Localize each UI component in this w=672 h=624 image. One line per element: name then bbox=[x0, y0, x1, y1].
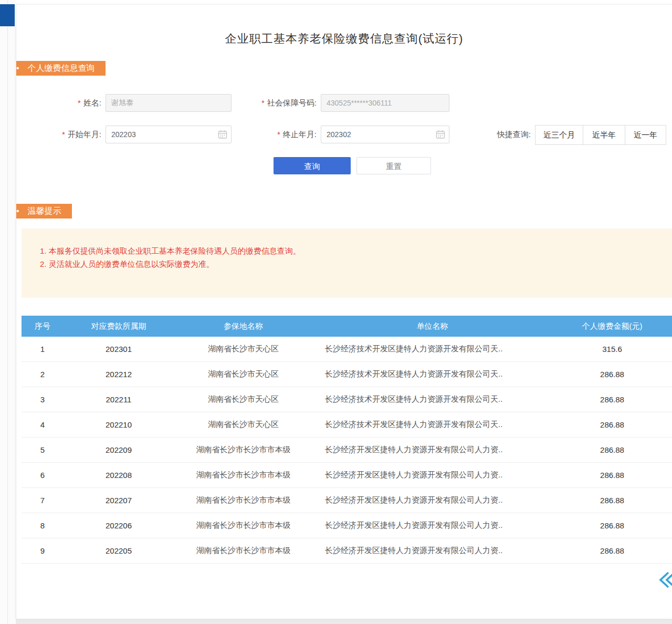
double-chevron-left-icon[interactable] bbox=[656, 570, 672, 589]
cell-amount: 286.88 bbox=[552, 370, 672, 379]
quick-3months-button[interactable]: 近三个月 bbox=[535, 125, 583, 145]
quick-1year-button[interactable]: 近一年 bbox=[625, 125, 666, 145]
name-label: *姓名: bbox=[43, 94, 101, 112]
left-gutter bbox=[0, 0, 16, 624]
cell-period: 202206 bbox=[64, 521, 174, 530]
cell-area: 湖南省长沙市天心区 bbox=[174, 420, 313, 430]
table-row: 5 202209 湖南省长沙市长沙市市本级 长沙经济开发区捷特人力资源开发有限公… bbox=[22, 438, 672, 463]
table-row: 4 202210 湖南省长沙市天心区 长沙经济技术开发区捷特人力资源开发有限公司… bbox=[22, 412, 672, 438]
main-panel: 企业职工基本养老保险缴费信息查询(试运行) • 个人缴费信息查询 *姓名: *社… bbox=[16, 4, 672, 619]
cell-company: 长沙经济开发区捷特人力资源开发有限公司人力资.. bbox=[313, 445, 552, 455]
ssn-input[interactable] bbox=[321, 94, 449, 112]
cell-amount: 286.88 bbox=[552, 546, 672, 555]
section-tips-label: 温馨提示 bbox=[28, 206, 61, 217]
table-row: 8 202206 湖南省长沙市长沙市市本级 长沙经济开发区捷特人力资源开发有限公… bbox=[22, 513, 672, 538]
cell-company: 长沙经济技术开发区捷特人力资源开发有限公司天.. bbox=[313, 344, 552, 354]
required-icon: * bbox=[62, 130, 65, 139]
cell-company: 长沙经济技术开发区捷特人力资源开发有限公司天.. bbox=[313, 369, 552, 379]
cell-company: 长沙经济技术开发区捷特人力资源开发有限公司天.. bbox=[313, 420, 552, 430]
required-icon: * bbox=[78, 98, 81, 107]
table-row: 2 202212 湖南省长沙市天心区 长沙经济技术开发区捷特人力资源开发有限公司… bbox=[22, 362, 672, 387]
cell-seq: 6 bbox=[22, 471, 64, 480]
cell-company: 长沙经济开发区捷特人力资源开发有限公司人力资.. bbox=[313, 470, 552, 480]
table-row: 3 202211 湖南省长沙市天心区 长沙经济技术开发区捷特人力资源开发有限公司… bbox=[22, 387, 672, 412]
cell-amount: 286.88 bbox=[552, 395, 672, 404]
cell-area: 湖南省长沙市天心区 bbox=[174, 344, 313, 354]
results-table: 序号 对应费款所属期 参保地名称 单位名称 个人缴费金额(元) 1 202301… bbox=[22, 316, 672, 564]
section-query-label: 个人缴费信息查询 bbox=[28, 63, 95, 74]
cell-amount: 286.88 bbox=[552, 496, 672, 505]
table-header-row: 序号 对应费款所属期 参保地名称 单位名称 个人缴费金额(元) bbox=[22, 316, 672, 337]
table-row: 6 202208 湖南省长沙市长沙市市本级 长沙经济开发区捷特人力资源开发有限公… bbox=[22, 463, 672, 488]
notice-line: 2. 灵活就业人员的缴费单位信息以实际缴费为准。 bbox=[40, 257, 662, 271]
cell-seq: 9 bbox=[22, 546, 64, 555]
required-icon: * bbox=[277, 130, 280, 139]
cell-area: 湖南省长沙市长沙市市本级 bbox=[174, 546, 313, 556]
name-input[interactable] bbox=[106, 94, 232, 112]
col-header-seq: 序号 bbox=[22, 321, 64, 331]
cell-company: 长沙经济开发区捷特人力资源开发有限公司人力资.. bbox=[313, 521, 552, 531]
cell-period: 202212 bbox=[64, 370, 174, 379]
end-month-label: *终止年月: bbox=[216, 126, 317, 143]
cell-seq: 1 bbox=[22, 345, 64, 353]
col-header-area: 参保地名称 bbox=[174, 321, 313, 331]
cell-amount: 315.6 bbox=[552, 345, 672, 353]
table-row: 1 202301 湖南省长沙市天心区 长沙经济技术开发区捷特人力资源开发有限公司… bbox=[22, 337, 672, 362]
quick-halfyear-button[interactable]: 近半年 bbox=[583, 125, 625, 145]
cell-period: 202211 bbox=[64, 395, 174, 404]
end-month-input[interactable] bbox=[321, 126, 449, 143]
cell-amount: 286.88 bbox=[552, 420, 672, 429]
reset-button[interactable]: 重置 bbox=[356, 157, 431, 174]
cell-period: 202209 bbox=[64, 445, 174, 454]
cell-seq: 7 bbox=[22, 496, 64, 505]
cell-seq: 8 bbox=[22, 521, 64, 530]
table-row: 9 202205 湖南省长沙市长沙市市本级 长沙经济开发区捷特人力资源开发有限公… bbox=[22, 538, 672, 564]
page-title: 企业职工基本养老保险缴费信息查询(试运行) bbox=[16, 31, 672, 47]
ssn-label: *社会保障号码: bbox=[216, 94, 317, 112]
col-header-amount: 个人缴费金额(元) bbox=[552, 321, 672, 331]
cell-area: 湖南省长沙市长沙市市本级 bbox=[174, 470, 313, 480]
required-icon: * bbox=[261, 98, 265, 107]
quick-query-label: 快捷查询: bbox=[482, 125, 531, 144]
cell-area: 湖南省长沙市长沙市市本级 bbox=[174, 521, 313, 531]
cell-period: 202210 bbox=[64, 420, 174, 429]
col-header-period: 对应费款所属期 bbox=[64, 321, 174, 331]
notice-box: 1. 本服务仅提供尚未领取企业职工基本养老保险待遇人员的缴费信息查询。 2. 灵… bbox=[22, 228, 672, 298]
cell-amount: 286.88 bbox=[552, 471, 672, 480]
start-month-input[interactable] bbox=[106, 126, 232, 143]
bullet-icon: • bbox=[16, 64, 19, 72]
bullet-icon: • bbox=[16, 207, 19, 215]
cell-amount: 286.88 bbox=[552, 521, 672, 530]
cell-seq: 3 bbox=[22, 395, 64, 404]
cell-area: 湖南省长沙市天心区 bbox=[174, 369, 313, 379]
cell-area: 湖南省长沙市长沙市市本级 bbox=[174, 495, 313, 505]
cell-period: 202205 bbox=[64, 546, 174, 555]
ribbon-fold-icon bbox=[16, 76, 16, 82]
section-header-tips: • 温馨提示 bbox=[16, 204, 72, 219]
cell-company: 长沙经济开发区捷特人力资源开发有限公司人力资.. bbox=[313, 546, 552, 556]
cell-seq: 5 bbox=[22, 445, 64, 454]
cell-amount: 286.88 bbox=[552, 445, 672, 454]
calendar-icon[interactable] bbox=[436, 130, 445, 139]
cell-period: 202207 bbox=[64, 496, 174, 505]
page-bottom-strip bbox=[16, 619, 672, 624]
cell-seq: 2 bbox=[22, 370, 64, 379]
ribbon-fold-icon bbox=[16, 219, 16, 225]
cell-area: 湖南省长沙市长沙市市本级 bbox=[174, 445, 313, 455]
notice-line: 1. 本服务仅提供尚未领取企业职工基本养老保险待遇人员的缴费信息查询。 bbox=[40, 244, 662, 257]
col-header-company: 单位名称 bbox=[313, 321, 552, 331]
corner-tab bbox=[0, 4, 15, 26]
table-row: 7 202207 湖南省长沙市长沙市市本级 长沙经济开发区捷特人力资源开发有限公… bbox=[22, 488, 672, 513]
section-header-query: • 个人缴费信息查询 bbox=[16, 61, 106, 76]
start-month-label: *开始年月: bbox=[43, 126, 101, 143]
cell-seq: 4 bbox=[22, 420, 64, 429]
cell-area: 湖南省长沙市天心区 bbox=[174, 394, 313, 404]
cell-period: 202208 bbox=[64, 471, 174, 480]
cell-company: 长沙经济开发区捷特人力资源开发有限公司人力资.. bbox=[313, 495, 552, 505]
cell-company: 长沙经济技术开发区捷特人力资源开发有限公司天.. bbox=[313, 394, 552, 404]
query-button[interactable]: 查询 bbox=[274, 157, 351, 174]
cell-period: 202301 bbox=[64, 345, 174, 353]
